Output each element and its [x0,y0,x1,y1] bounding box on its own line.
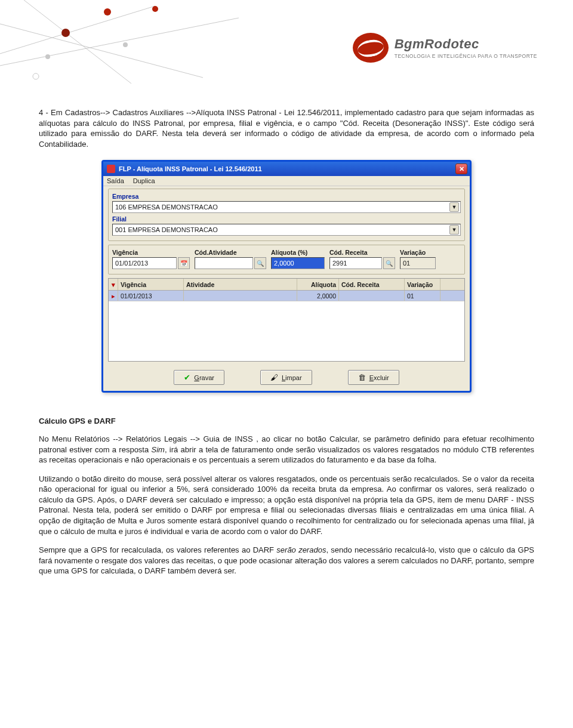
limpar-button[interactable]: 🖌 Limpar [260,370,312,385]
input-variacao: 01 [400,257,436,269]
svg-line-2 [24,0,131,84]
cell-variacao: 01 [405,291,440,301]
input-aliquota[interactable]: 2,0000 [271,257,325,269]
search-icon[interactable]: 🔍 [254,257,266,269]
brand-name: BgmRodotec [395,36,537,52]
row-marker-header[interactable]: ▾ [109,279,118,290]
search-icon[interactable]: 🔍 [383,257,395,269]
label-variacao: Variação [400,249,436,256]
brand-tagline: TECNOLOGIA E INTELIGÊNCIA PARA O TRANSPO… [395,53,537,59]
logo-mark-icon [353,33,389,63]
body-paragraph-1: No Menu Relatórios --> Relatórios Legais… [39,434,534,465]
body-paragraph-2: Utilizando o botão direito do mouse, ser… [39,474,534,536]
label-vigencia: Vigência [112,249,190,256]
input-cod-atividade[interactable] [195,257,253,269]
app-icon [107,165,115,173]
value-filial: 001 EMPRESA DEMONSTRACAO [115,226,449,233]
col-cod-receita[interactable]: Cód. Receita [339,279,405,290]
titlebar[interactable]: FLP - Alíquota INSS Patronal - Lei 12.54… [103,162,470,176]
input-cod-receita[interactable]: 2991 [329,257,382,269]
label-cod-atividade: Cód.Atividade [195,249,266,256]
svg-line-1 [0,24,203,78]
dialog-window: FLP - Alíquota INSS Patronal - Lei 12.54… [101,160,472,393]
label-cod-receita: Cód. Receita [329,249,395,256]
svg-line-3 [0,18,239,66]
svg-point-4 [61,29,70,37]
gravar-button[interactable]: ✔ Gravar [174,370,224,385]
menubar: Saída Duplica [103,176,470,186]
grid-header: ▾ Vigência Atividade Alíquota Cód. Recei… [109,279,464,291]
input-vigencia[interactable]: 01/01/2013 [112,257,177,269]
svg-point-5 [104,8,111,16]
col-variacao[interactable]: Variação [405,279,440,290]
body-paragraph-3: Sempre que a GPS for recalculada, os val… [39,545,534,576]
cell-atividade [184,291,297,301]
table-row[interactable]: ▸ 01/01/2013 2,0000 01 [109,291,464,301]
btn-limpar-label: Limpar [282,374,302,381]
dropdown-filial[interactable]: 001 EMPRESA DEMONSTRACAO ▼ [112,224,461,236]
cell-cod-receita [339,291,405,301]
calendar-icon[interactable]: 📅 [178,257,190,269]
svg-point-9 [123,42,128,47]
cell-aliquota: 2,0000 [297,291,339,301]
data-grid[interactable]: ▾ Vigência Atividade Alíquota Cód. Recei… [108,278,465,362]
section-title: Cálculo GPS e DARF [39,417,534,425]
col-aliquota[interactable]: Alíquota [297,279,339,290]
chevron-down-icon[interactable]: ▼ [449,202,459,212]
excluir-button[interactable]: 🗑 Excluir [348,370,399,385]
cell-vigencia: 01/01/2013 [118,291,184,301]
chevron-down-icon[interactable]: ▼ [449,225,459,235]
brush-icon: 🖌 [270,373,278,382]
btn-excluir-label: Excluir [369,374,389,381]
label-empresa: Empresa [112,193,461,200]
brand-logo: BgmRodotec TECNOLOGIA E INTELIGÊNCIA PAR… [353,33,537,63]
close-button[interactable]: ✕ [455,164,467,174]
svg-point-8 [33,73,39,79]
intro-paragraph: 4 - Em Cadastros--> Cadastros Auxiliares… [39,107,534,149]
label-filial: Filial [112,215,461,223]
col-vigencia[interactable]: Vigência [118,279,184,290]
check-icon: ✔ [184,373,190,382]
btn-gravar-label: Gravar [194,374,214,381]
menu-duplica[interactable]: Duplica [133,177,155,184]
svg-point-7 [152,6,158,12]
svg-point-6 [45,54,50,59]
header-decoration: BgmRodotec TECNOLOGIA E INTELIGÊNCIA PAR… [0,0,573,90]
window-title: FLP - Alíquota INSS Patronal - Lei 12.54… [119,165,262,172]
trash-icon: 🗑 [358,373,366,382]
value-empresa: 106 EMPRESA DEMONSTRACAO [115,203,449,211]
row-marker-icon: ▸ [109,291,118,301]
dropdown-empresa[interactable]: 106 EMPRESA DEMONSTRACAO ▼ [112,201,461,213]
col-atividade[interactable]: Atividade [184,279,297,290]
menu-saida[interactable]: Saída [107,177,124,184]
label-aliquota: Alíquota (%) [271,249,325,256]
